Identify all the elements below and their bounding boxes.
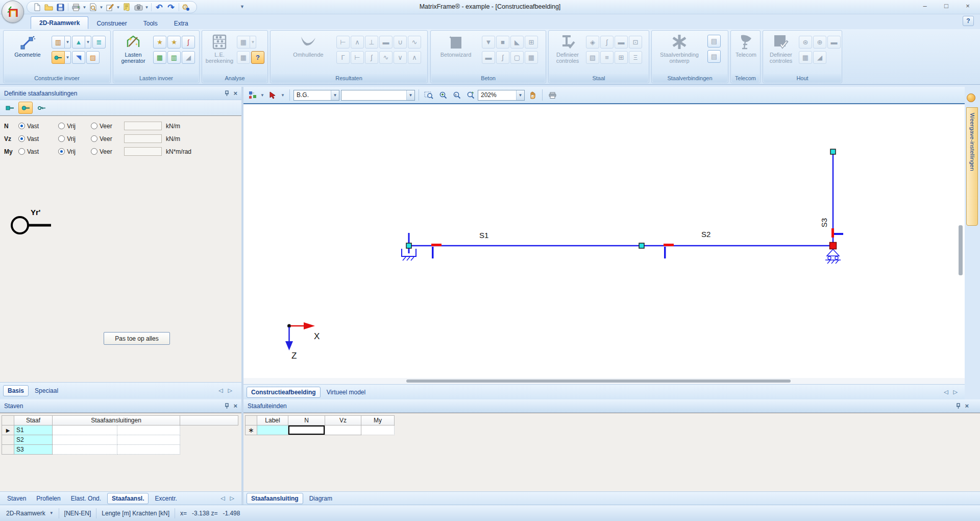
my-veer-radio[interactable] [91, 148, 97, 155]
my-cell[interactable] [361, 425, 395, 435]
open-button[interactable] [43, 2, 54, 12]
load-wizard-point-button[interactable]: ★ [167, 36, 181, 49]
table-row[interactable]: S3 [2, 445, 238, 455]
node-1[interactable] [406, 243, 411, 248]
help-button[interactable]: ? [963, 16, 974, 26]
view-settings-launcher-icon[interactable] [967, 93, 975, 102]
vz-spring-value-input[interactable] [124, 134, 162, 143]
my-vrij-radio[interactable] [58, 148, 65, 155]
tab-staven[interactable]: Staven [3, 493, 30, 504]
aansluiting-begin-cell[interactable] [53, 445, 117, 455]
n-spring-value-input[interactable] [124, 122, 162, 130]
pan-hand-button[interactable] [526, 89, 538, 101]
load-table-button[interactable]: ▦ [153, 51, 166, 64]
tab-excentr[interactable]: Excentr. [151, 493, 181, 504]
apply-to-all-button[interactable]: Pas toe op alles [104, 332, 170, 345]
zoom-extents-button[interactable] [436, 89, 449, 101]
view-settings-tab[interactable]: Weergave-instellingen [966, 107, 978, 226]
row-selector[interactable] [2, 435, 14, 445]
tab-constructieafbeelding[interactable]: Constructieafbeelding [247, 387, 321, 398]
aansluiting-eind-cell[interactable] [117, 445, 180, 455]
loadcase-type-combo[interactable]: B.G. ▼ [293, 90, 339, 101]
tab-scroll-right-icon[interactable]: ▷ [230, 495, 234, 502]
tab-tools[interactable]: Tools [135, 17, 166, 29]
fixed-connection-button[interactable] [3, 102, 17, 114]
print-preview-button[interactable] [87, 2, 99, 12]
vertical-scrollbar-thumb[interactable] [959, 225, 963, 275]
node-4[interactable] [830, 149, 836, 154]
connection-frame-button[interactable]: ▤ [707, 35, 721, 48]
close-panel-icon[interactable]: × [233, 402, 237, 410]
node-2[interactable] [639, 243, 644, 248]
mobile-load-button[interactable]: ▥ [167, 51, 181, 64]
print-dropdown-arrow[interactable]: ▼ [82, 5, 87, 10]
combo-dropdown-icon[interactable]: ▼ [516, 90, 524, 100]
redo-button[interactable]: ↷ [165, 2, 177, 12]
tab-2d-raamwerk[interactable]: 2D-Raamwerk [31, 16, 88, 29]
snapshot-dropdown-arrow[interactable]: ▼ [144, 5, 149, 10]
tab-scroll-right-icon[interactable]: ▷ [953, 389, 958, 395]
print-preview-dropdown-arrow[interactable]: ▼ [99, 5, 104, 10]
incline-load-button[interactable]: ◢ [182, 51, 195, 64]
node-3-selected[interactable] [830, 243, 837, 249]
zoom-window-button[interactable] [423, 89, 435, 101]
new-record-row[interactable]: ∗ [245, 425, 395, 435]
geometrie-button[interactable]: Geometrie [8, 32, 47, 58]
member-connection-dropdown[interactable]: ▼ [65, 51, 71, 64]
module-dropdown-icon[interactable]: ▼ [50, 511, 54, 515]
save-button[interactable] [55, 2, 66, 12]
combo-dropdown-icon[interactable]: ▼ [406, 90, 414, 100]
support-button[interactable]: ▲ [72, 36, 85, 49]
application-menu-button[interactable] [2, 1, 24, 23]
tab-staafaansluiting[interactable]: Staafaansluiting [247, 493, 303, 504]
tab-scroll-left-icon[interactable]: ◁ [220, 495, 225, 502]
zoom-in-out-button[interactable]: ± [450, 89, 462, 101]
tab-construeer[interactable]: Construeer [88, 17, 135, 29]
undo-button[interactable]: ↶ [154, 2, 165, 12]
close-panel-icon[interactable]: × [965, 402, 969, 410]
select-mode-dropdown[interactable]: ▼ [281, 93, 286, 98]
pin-icon[interactable] [956, 403, 961, 409]
combo-dropdown-icon[interactable]: ▼ [331, 90, 339, 100]
snapshot-button[interactable] [133, 2, 144, 12]
spring-connection-button[interactable] [34, 102, 48, 114]
member-profile-dropdown[interactable]: ▼ [65, 36, 71, 49]
settings-gear-button[interactable]: ⚙ [181, 2, 192, 12]
subsoil-button[interactable]: ≣ [92, 36, 106, 49]
report-button[interactable] [121, 2, 132, 12]
staaf-cell[interactable]: S2 [14, 435, 53, 445]
aansluiting-begin-cell[interactable] [53, 435, 117, 445]
support-dropdown[interactable]: ▼ [85, 36, 91, 49]
staaf-cell[interactable]: S3 [14, 445, 53, 455]
label-cell[interactable] [257, 425, 288, 435]
my-spring-value-input[interactable] [124, 147, 162, 156]
print-button[interactable] [70, 2, 82, 12]
zoom-level-combo[interactable]: 202% ▼ [478, 90, 525, 101]
tab-staafaansl[interactable]: Staafaansl. [107, 493, 149, 504]
tab-scroll-left-icon[interactable]: ◁ [944, 389, 948, 395]
close-panel-icon[interactable]: × [233, 89, 237, 97]
my-vast-radio[interactable] [18, 148, 25, 155]
horizontal-scrollbar[interactable] [243, 378, 965, 384]
n-vrij-radio[interactable] [58, 123, 65, 129]
calculation-check-button[interactable]: ? [251, 51, 264, 64]
tab-diagram[interactable]: Diagram [305, 493, 336, 504]
vz-veer-radio[interactable] [91, 135, 97, 142]
customize-quick-access-button[interactable]: ▼ [240, 4, 244, 9]
tab-scroll-right-icon[interactable]: ▷ [228, 387, 232, 394]
horizontal-scrollbar-thumb[interactable] [406, 380, 791, 383]
tab-elast-ond[interactable]: Elast. Ond. [67, 493, 105, 504]
lasten-generator-button[interactable]: Lasten generator [116, 32, 150, 64]
aansluiting-eind-cell[interactable] [117, 425, 180, 435]
close-button[interactable]: × [961, 2, 975, 10]
staaf-cell[interactable]: S1 [14, 425, 53, 435]
tab-profielen[interactable]: Profielen [32, 493, 64, 504]
load-wizard-curve-button[interactable]: ∫ [182, 36, 195, 49]
n-cell-active[interactable] [288, 425, 325, 435]
view-print-button[interactable] [546, 89, 558, 101]
load-wizard-rain-button[interactable]: ★ [153, 36, 166, 49]
restore-button[interactable]: □ [939, 2, 953, 10]
member-connection-button[interactable] [52, 51, 65, 64]
hinged-connection-button[interactable] [18, 102, 33, 114]
hatch-panel-button[interactable]: ▨ [86, 51, 100, 64]
